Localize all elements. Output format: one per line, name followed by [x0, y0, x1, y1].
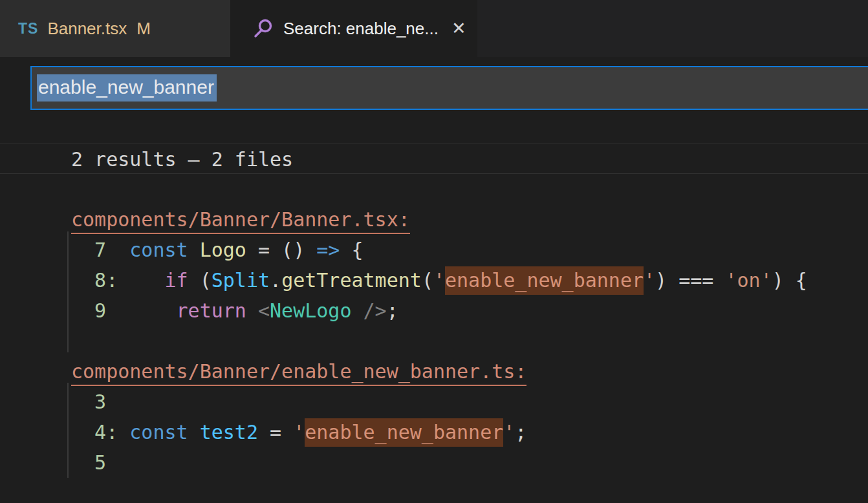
result-line[interactable]: 5 [0, 447, 868, 478]
match-highlight: enable_new_banner [445, 266, 644, 295]
result-line[interactable]: 3 [0, 387, 868, 417]
indent-guide [67, 231, 69, 352]
close-icon[interactable]: ✕ [451, 20, 466, 37]
search-query-selected-text: enable_new_banner [37, 74, 217, 102]
tab-bar: TS Banner.tsx M Search: enable_ne... ✕ [0, 0, 868, 57]
results-summary: 2 results – 2 files [0, 144, 868, 174]
typescript-file-icon: TS [18, 20, 38, 37]
blank-line [0, 174, 868, 204]
blank-line [0, 326, 868, 356]
search-icon [252, 17, 274, 39]
git-modified-badge: M [136, 19, 151, 39]
tab-banner-tsx[interactable]: TS Banner.tsx M [0, 0, 230, 57]
tab-label: Search: enable_ne... [283, 19, 439, 39]
result-line[interactable]: 7 const Logo = () => { [0, 235, 868, 265]
result-line[interactable]: 9 return <NewLogo />; [0, 295, 868, 326]
result-line[interactable]: 8: if (Split.getTreatment('enable_new_ba… [0, 265, 868, 295]
file-path-link[interactable]: components/Banner/enable_new_banner.ts: [0, 356, 868, 387]
result-line[interactable]: 4: const test2 = 'enable_new_banner'; [0, 417, 868, 447]
search-query-input[interactable]: enable_new_banner [30, 66, 868, 110]
indent-guide [67, 383, 69, 478]
file-path-link[interactable]: components/Banner/Banner.tsx: [0, 204, 868, 235]
tab-label: Banner.tsx [47, 19, 127, 39]
match-highlight: enable_new_banner [305, 418, 503, 447]
results-area: 2 results – 2 files components/Banner/Ba… [0, 144, 868, 478]
tab-search-editor[interactable]: Search: enable_ne... ✕ [230, 0, 477, 57]
